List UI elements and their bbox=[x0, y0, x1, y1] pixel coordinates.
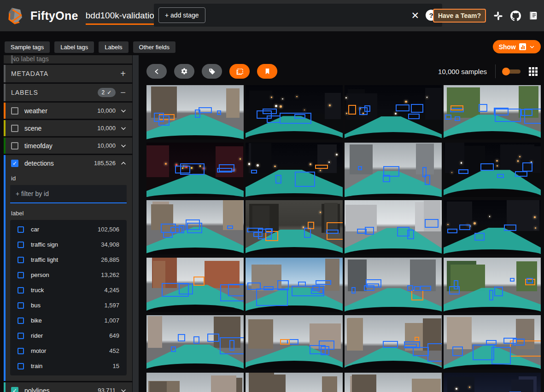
sample-tile[interactable] bbox=[146, 200, 244, 254]
slack-icon[interactable] bbox=[493, 11, 503, 21]
tab-labels[interactable]: Labels bbox=[99, 41, 128, 53]
sample-tile[interactable] bbox=[345, 85, 442, 139]
class-row-traffic-light[interactable]: traffic light26,885 bbox=[10, 252, 127, 267]
class-row-truck[interactable]: truck4,245 bbox=[10, 282, 127, 298]
sample-tile[interactable] bbox=[444, 200, 541, 254]
checkbox[interactable] bbox=[18, 317, 24, 324]
sidebar-field-timeofday[interactable]: timeofday10,000 bbox=[4, 138, 132, 154]
patches-button[interactable] bbox=[229, 64, 250, 79]
sample-tile[interactable] bbox=[146, 315, 244, 369]
sidebar-field-detections[interactable]: ✓detections185,526idlabelcar102,506traff… bbox=[4, 155, 132, 381]
sample-tile[interactable] bbox=[246, 258, 343, 312]
sample-tile[interactable] bbox=[246, 315, 343, 369]
checkbox[interactable] bbox=[18, 272, 24, 278]
field-row[interactable]: ✓detections185,526 bbox=[4, 155, 132, 171]
show-stats-button[interactable]: Show bbox=[493, 40, 541, 53]
chevron-down-icon[interactable] bbox=[120, 108, 127, 114]
checkbox[interactable]: ✓ bbox=[11, 160, 18, 167]
class-row-car[interactable]: car102,506 bbox=[10, 222, 127, 237]
checkbox[interactable] bbox=[18, 363, 24, 369]
chevron-down-icon[interactable] bbox=[120, 387, 127, 392]
sample-tile[interactable] bbox=[345, 373, 442, 392]
docs-book-icon[interactable] bbox=[528, 11, 538, 21]
sidebar-field-weather[interactable]: weather10,000 bbox=[4, 103, 132, 119]
checkbox[interactable] bbox=[11, 107, 18, 115]
detection-box bbox=[217, 110, 222, 115]
detection-box bbox=[298, 282, 306, 286]
field-color-bar bbox=[4, 382, 6, 392]
field-row[interactable]: ✓polylines93,711 bbox=[4, 382, 132, 392]
class-row-motor[interactable]: motor452 bbox=[10, 343, 127, 358]
grid-size-icon[interactable] bbox=[529, 67, 538, 76]
chevron-up-icon[interactable] bbox=[120, 160, 127, 167]
settings-button[interactable] bbox=[174, 64, 194, 79]
sidebar-field-scene[interactable]: scene10,000 bbox=[4, 120, 132, 136]
filter-by-id-input[interactable] bbox=[10, 185, 127, 203]
sample-tile[interactable] bbox=[345, 258, 442, 312]
back-button[interactable] bbox=[146, 64, 167, 79]
checkbox[interactable] bbox=[18, 348, 24, 354]
checkbox[interactable]: ✓ bbox=[11, 387, 18, 392]
sample-tile[interactable] bbox=[146, 373, 244, 392]
view-stage-bar[interactable]: + add stage ✕ ? bbox=[154, 4, 442, 27]
tab-sample-tags[interactable]: Sample tags bbox=[5, 41, 50, 53]
sample-tile[interactable] bbox=[246, 143, 343, 197]
checkbox[interactable] bbox=[11, 125, 18, 132]
github-icon[interactable] bbox=[510, 11, 521, 21]
sample-tile[interactable] bbox=[345, 200, 442, 254]
class-row-traffic-sign[interactable]: traffic sign34,908 bbox=[10, 237, 127, 252]
field-row[interactable]: weather10,000 bbox=[4, 103, 132, 119]
sample-tile[interactable] bbox=[246, 200, 343, 254]
tag-samples-button[interactable] bbox=[202, 64, 222, 79]
tab-other-fields[interactable]: Other fields bbox=[133, 41, 175, 53]
detection-box bbox=[414, 286, 420, 291]
add-stage-button[interactable]: + add stage bbox=[158, 7, 205, 23]
chevron-down-icon[interactable] bbox=[120, 125, 127, 132]
grid-zoom-slider[interactable] bbox=[504, 69, 521, 74]
class-row-bike[interactable]: bike1,007 bbox=[10, 313, 127, 328]
checkbox[interactable] bbox=[18, 287, 24, 294]
sidebar-section-metadata[interactable]: METADATA + bbox=[4, 65, 132, 82]
sidebar-section-labels[interactable]: LABELS 2 ✓ − bbox=[4, 84, 132, 101]
checkbox[interactable] bbox=[11, 142, 18, 150]
sample-tile[interactable] bbox=[444, 258, 541, 312]
field-row[interactable]: scene10,000 bbox=[4, 120, 132, 136]
sample-tile[interactable] bbox=[146, 85, 244, 139]
sample-tile[interactable] bbox=[246, 85, 343, 139]
tab-label-tags[interactable]: Label tags bbox=[54, 41, 94, 53]
chevron-down-icon[interactable] bbox=[120, 143, 127, 149]
sample-tile[interactable] bbox=[146, 143, 244, 197]
class-row-train[interactable]: train15 bbox=[10, 358, 127, 374]
save-view-button[interactable] bbox=[257, 64, 277, 79]
class-row-person[interactable]: person13,262 bbox=[10, 267, 127, 282]
chevron-left-icon bbox=[153, 68, 160, 75]
sample-tile[interactable] bbox=[345, 143, 442, 197]
sample-tile[interactable] bbox=[345, 315, 442, 369]
sample-tile[interactable] bbox=[444, 143, 541, 197]
sample-tile[interactable] bbox=[246, 373, 343, 392]
checkbox[interactable] bbox=[18, 333, 24, 339]
field-row[interactable]: timeofday10,000 bbox=[4, 138, 132, 154]
checkbox[interactable] bbox=[18, 302, 24, 309]
dataset-name[interactable]: bdd100k-validation bbox=[86, 11, 159, 20]
clear-stages-icon[interactable]: ✕ bbox=[411, 11, 419, 20]
checkbox[interactable] bbox=[18, 242, 24, 248]
sample-tile[interactable] bbox=[444, 373, 541, 392]
sidebar-field-polylines[interactable]: ✓polylines93,711 bbox=[4, 382, 132, 392]
sample-tile[interactable] bbox=[146, 258, 244, 312]
class-name: train bbox=[31, 363, 42, 369]
detection-box bbox=[220, 337, 244, 355]
sample-tile[interactable] bbox=[444, 85, 541, 139]
checkbox[interactable] bbox=[18, 257, 24, 263]
class-row-rider[interactable]: rider649 bbox=[10, 328, 127, 343]
expand-plus-icon[interactable]: + bbox=[120, 69, 126, 78]
have-a-team-button[interactable]: Have a Team? bbox=[433, 9, 486, 23]
selected-count-badge[interactable]: 2 ✓ bbox=[98, 88, 116, 97]
collapse-minus-icon[interactable]: − bbox=[120, 88, 126, 97]
checkbox[interactable] bbox=[18, 226, 24, 233]
sidebar-scrollbar[interactable] bbox=[133, 55, 139, 392]
sample-tile[interactable] bbox=[444, 315, 541, 369]
slider-knob[interactable] bbox=[502, 68, 510, 75]
class-row-bus[interactable]: bus1,597 bbox=[10, 298, 127, 313]
dataset-selector[interactable]: bdd100k-validation bbox=[86, 11, 159, 21]
